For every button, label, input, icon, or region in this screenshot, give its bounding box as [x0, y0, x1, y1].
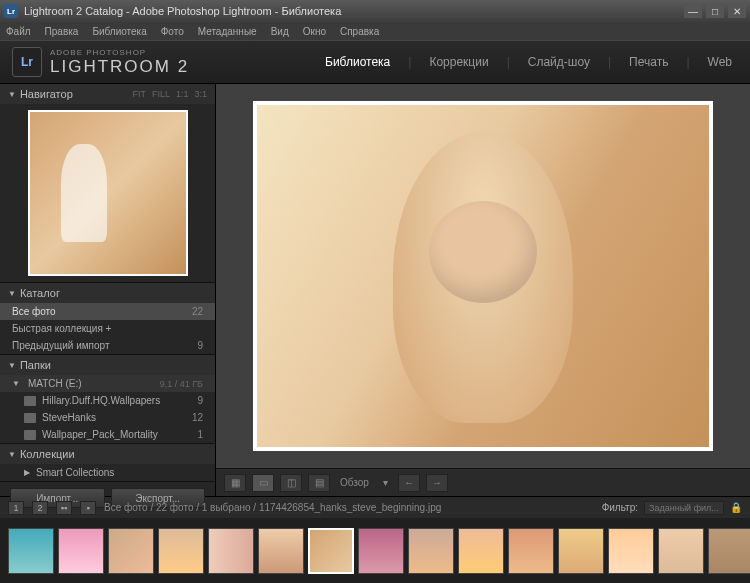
thumbnail-10[interactable] — [458, 528, 504, 574]
grid-view-button[interactable]: ▦ — [224, 474, 246, 492]
catalog-panel: ▼ Каталог Все фото22Быстрая коллекция +П… — [0, 283, 215, 355]
module-header: Lr ADOBE PHOTOSHOP LIGHTROOM 2 Библиотек… — [0, 40, 750, 84]
folder-item-1[interactable]: SteveHanks12 — [0, 409, 215, 426]
minimize-button[interactable]: — — [684, 4, 702, 18]
zoom-3:1[interactable]: 3:1 — [194, 89, 207, 99]
module-picker: Библиотека|Коррекции|Слайд-шоу|Печать|We… — [319, 55, 738, 69]
filter-input[interactable] — [644, 501, 724, 515]
menu-вид[interactable]: Вид — [271, 26, 289, 37]
thumbnail-8[interactable] — [358, 528, 404, 574]
menu-файл[interactable]: Файл — [6, 26, 31, 37]
brand-small: ADOBE PHOTOSHOP — [50, 48, 189, 57]
module-2[interactable]: Слайд-шоу — [522, 55, 596, 69]
left-panel: ▼ Навигатор FITFILL1:13:1 ▼ Каталог Все … — [0, 84, 216, 496]
survey-view-button[interactable]: ▤ — [308, 474, 330, 492]
menu-правка[interactable]: Правка — [45, 26, 79, 37]
catalog-header[interactable]: ▼ Каталог — [0, 283, 215, 303]
view-mode-label: Обзор — [340, 477, 369, 488]
filmstrip[interactable] — [0, 518, 750, 583]
next-button[interactable]: → — [426, 474, 448, 492]
view-toolbar: ▦ ▭ ◫ ▤ Обзор ▾ ← → — [216, 468, 750, 496]
thumbnail-6[interactable] — [258, 528, 304, 574]
volume-name: MATCH (E:) — [28, 378, 82, 389]
module-3[interactable]: Печать — [623, 55, 674, 69]
thumbnail-12[interactable] — [558, 528, 604, 574]
page-1-button[interactable]: 1 — [8, 501, 24, 515]
zoom-FIT[interactable]: FIT — [132, 89, 146, 99]
menu-метаданные[interactable]: Метаданные — [198, 26, 257, 37]
chevron-down-icon: ▼ — [12, 379, 20, 388]
catalog-item-1[interactable]: Быстрая коллекция + — [0, 320, 215, 337]
collections-header[interactable]: ▼ Коллекции — [0, 444, 215, 464]
thumbnail-7[interactable] — [308, 528, 354, 574]
navigator-header[interactable]: ▼ Навигатор FITFILL1:13:1 — [0, 84, 215, 104]
folder-icon — [24, 430, 36, 440]
window-titlebar: Lr Lightroom 2 Catalog - Adobe Photoshop… — [0, 0, 750, 22]
thumbnail-3[interactable] — [108, 528, 154, 574]
thumbnail-13[interactable] — [608, 528, 654, 574]
zoom-1:1[interactable]: 1:1 — [176, 89, 189, 99]
thumbnail-11[interactable] — [508, 528, 554, 574]
folder-icon — [24, 396, 36, 406]
image-canvas[interactable] — [216, 84, 750, 468]
chevron-down-icon: ▼ — [8, 450, 16, 459]
menu-справка[interactable]: Справка — [340, 26, 379, 37]
folder-icon — [24, 413, 36, 423]
thumbnail-4[interactable] — [158, 528, 204, 574]
volume-header[interactable]: ▼ MATCH (E:) 9,1 / 41 ГБ — [0, 375, 215, 392]
thumbnail-9[interactable] — [408, 528, 454, 574]
prev-button[interactable]: ← — [398, 474, 420, 492]
module-4[interactable]: Web — [702, 55, 738, 69]
thumbnail-1[interactable] — [8, 528, 54, 574]
chevron-down-icon: ▼ — [8, 289, 16, 298]
compare-view-button[interactable]: ◫ — [280, 474, 302, 492]
dropdown-icon[interactable]: ▾ — [383, 477, 388, 488]
navigator-preview[interactable] — [28, 110, 188, 276]
collections-panel: ▼ Коллекции ▶ Smart Collections — [0, 444, 215, 482]
chevron-right-icon: ▶ — [24, 468, 30, 477]
thumbnail-14[interactable] — [658, 528, 704, 574]
chevron-down-icon: ▼ — [8, 90, 16, 99]
collection-item[interactable]: ▶ Smart Collections — [0, 464, 215, 481]
maximize-button[interactable]: □ — [706, 4, 724, 18]
menu-bar: ФайлПравкаБиблиотекаФотоМетаданныеВидОкн… — [0, 22, 750, 40]
catalog-item-0[interactable]: Все фото22 — [0, 303, 215, 320]
grid-size-small[interactable]: ▪▪ — [56, 501, 72, 515]
folder-item-0[interactable]: Hillary.Duff.HQ.Wallpapers9 — [0, 392, 215, 409]
grid-size-large[interactable]: ▪ — [80, 501, 96, 515]
thumbnail-5[interactable] — [208, 528, 254, 574]
collection-label: Smart Collections — [36, 467, 114, 478]
module-0[interactable]: Библиотека — [319, 55, 396, 69]
close-button[interactable]: ✕ — [728, 4, 746, 18]
menu-окно[interactable]: Окно — [303, 26, 326, 37]
folder-item-2[interactable]: Wallpaper_Pack_Mortality1 — [0, 426, 215, 443]
catalog-item-2[interactable]: Предыдущий импорт9 — [0, 337, 215, 354]
folders-panel: ▼ Папки ▼ MATCH (E:) 9,1 / 41 ГБ Hillary… — [0, 355, 215, 444]
main-view: ▦ ▭ ◫ ▤ Обзор ▾ ← → — [216, 84, 750, 496]
thumbnail-2[interactable] — [58, 528, 104, 574]
thumbnail-15[interactable] — [708, 528, 750, 574]
menu-фото[interactable]: Фото — [161, 26, 184, 37]
brand-title: LIGHTROOM 2 — [50, 57, 189, 77]
window-title: Lightroom 2 Catalog - Adobe Photoshop Li… — [24, 5, 341, 17]
page-2-button[interactable]: 2 — [32, 501, 48, 515]
zoom-FILL[interactable]: FILL — [152, 89, 170, 99]
lightroom-logo-icon: Lr — [12, 47, 42, 77]
chevron-down-icon: ▼ — [8, 361, 16, 370]
loupe-image — [253, 101, 713, 451]
lock-icon[interactable]: 🔒 — [730, 502, 742, 513]
loupe-view-button[interactable]: ▭ — [252, 474, 274, 492]
menu-библиотека[interactable]: Библиотека — [92, 26, 146, 37]
breadcrumb: Все фото / 22 фото / 1 выбрано / 1174426… — [104, 502, 441, 513]
navigator-title: Навигатор — [20, 88, 73, 100]
app-icon: Lr — [4, 4, 18, 18]
volume-stats: 9,1 / 41 ГБ — [160, 379, 203, 389]
folders-header[interactable]: ▼ Папки — [0, 355, 215, 375]
folders-title: Папки — [20, 359, 51, 371]
filter-label: Фильтр: — [602, 502, 638, 513]
collections-title: Коллекции — [20, 448, 75, 460]
module-1[interactable]: Коррекции — [423, 55, 494, 69]
navigator-panel: ▼ Навигатор FITFILL1:13:1 — [0, 84, 215, 283]
catalog-title: Каталог — [20, 287, 60, 299]
